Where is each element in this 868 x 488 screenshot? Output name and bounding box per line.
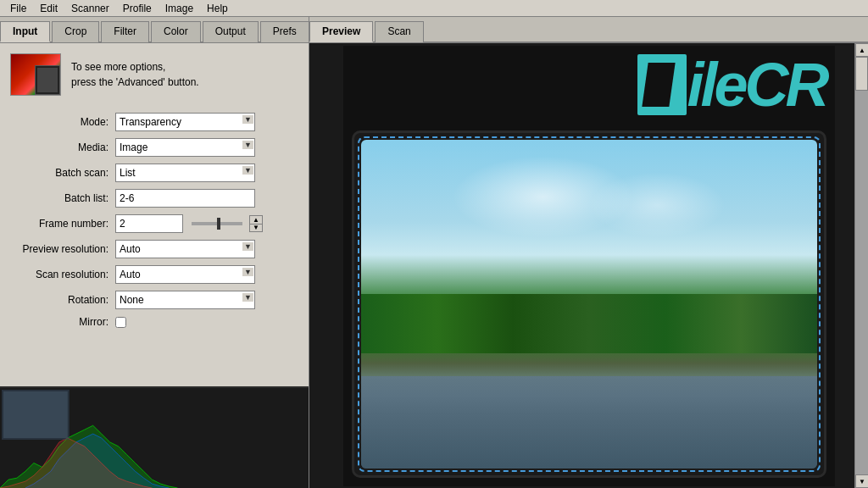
logo-slash [643, 63, 676, 107]
scroll-track[interactable] [855, 57, 868, 474]
batch-scan-select-wrapper: List [115, 164, 255, 182]
left-tabs: Input Crop Filter Color Output Prefs [0, 17, 309, 43]
logo-box [637, 54, 687, 115]
batch-scan-row: Batch scan: List [7, 164, 302, 182]
preview-res-row: Preview resolution: Auto [7, 240, 302, 258]
spin-down-button[interactable]: ▼ [249, 224, 263, 232]
preview-res-select[interactable]: Auto [115, 240, 255, 258]
left-content: To see more options, press the 'Advanced… [0, 43, 309, 386]
media-row: Media: Image [7, 138, 302, 157]
scroll-thumb[interactable] [855, 57, 868, 91]
media-select[interactable]: Image [115, 138, 255, 157]
mode-select-wrapper: Transparency [115, 113, 255, 131]
right-tabs: Preview Scan [309, 17, 868, 43]
scroll-up-button[interactable]: ▲ [855, 43, 868, 57]
tab-preview[interactable]: Preview [309, 21, 373, 42]
water [361, 376, 817, 469]
frame-number-row: Frame number: ▲ ▼ [7, 214, 302, 233]
slider-thumb[interactable] [217, 218, 220, 230]
batch-list-row: Batch list: [7, 189, 302, 208]
bottom-preview [0, 386, 309, 488]
menu-scanner[interactable]: Scanner [64, 1, 116, 16]
film-strip-icon [35, 65, 60, 95]
batch-scan-label: Batch scan: [7, 167, 108, 179]
scrollbar: ▲ ▼ [854, 43, 868, 488]
menu-edit[interactable]: Edit [33, 1, 64, 16]
menu-profile[interactable]: Profile [116, 1, 159, 16]
mirror-row: Mirror: [7, 316, 302, 328]
info-text: To see more options, press the 'Advanced… [71, 59, 199, 90]
icon-image [10, 53, 61, 96]
mirror-checkbox[interactable] [115, 317, 126, 328]
media-select-wrapper: Image [115, 138, 255, 157]
mode-select[interactable]: Transparency [115, 113, 255, 131]
batch-scan-select[interactable]: List [115, 164, 255, 182]
info-box: To see more options, press the 'Advanced… [7, 50, 302, 99]
menubar: File Edit Scanner Profile Image Help [0, 0, 868, 17]
slide-photo [361, 140, 817, 469]
tab-output[interactable]: Output [203, 21, 259, 42]
menu-help[interactable]: Help [200, 1, 235, 16]
tree-line [361, 294, 817, 353]
tab-prefs[interactable]: Prefs [260, 21, 309, 42]
scan-res-row: Scan resolution: Auto [7, 265, 302, 284]
main-container: Input Crop Filter Color Output Prefs To … [0, 17, 868, 488]
tab-filter[interactable]: Filter [101, 21, 149, 42]
frame-spinner: ▲ ▼ [249, 215, 263, 232]
spin-up-button[interactable]: ▲ [249, 215, 263, 224]
left-panel: Input Crop Filter Color Output Prefs To … [0, 17, 309, 488]
mirror-label: Mirror: [7, 316, 108, 328]
tab-color[interactable]: Color [151, 21, 201, 42]
rotation-select[interactable]: None [115, 291, 255, 309]
svg-rect-2 [3, 391, 68, 438]
slide-frame [352, 130, 826, 478]
preview-res-label: Preview resolution: [7, 243, 108, 255]
rotation-row: Rotation: None [7, 291, 302, 309]
filecr-logo: ileCR [637, 54, 826, 115]
scan-res-select-wrapper: Auto [115, 265, 255, 284]
scan-res-select[interactable]: Auto [115, 265, 255, 284]
media-label: Media: [7, 141, 108, 153]
rotation-label: Rotation: [7, 294, 108, 306]
cloud-2 [589, 172, 726, 238]
frame-slider-container [188, 222, 246, 225]
menu-image[interactable]: Image [159, 1, 200, 16]
frame-number-input[interactable] [115, 214, 183, 233]
right-panel: Preview Scan ileCR [309, 17, 868, 488]
preview-area: ileCR [309, 43, 868, 488]
frame-slider[interactable] [192, 222, 242, 225]
tab-scan[interactable]: Scan [375, 21, 423, 42]
histogram-svg [0, 388, 309, 488]
preview-res-select-wrapper: Auto [115, 240, 255, 258]
info-line1: To see more options, [71, 59, 199, 75]
info-line2: press the 'Advanced' button. [71, 75, 199, 90]
tab-input[interactable]: Input [0, 21, 50, 42]
logo-text: ileCR [687, 54, 826, 115]
batch-list-label: Batch list: [7, 192, 108, 204]
info-icon [10, 53, 61, 96]
rotation-select-wrapper: None [115, 291, 255, 309]
preview-frame: ileCR [343, 46, 835, 486]
scroll-down-button[interactable]: ▼ [855, 474, 868, 488]
batch-list-input[interactable] [115, 189, 255, 208]
mode-row: Mode: Transparency [7, 113, 302, 131]
frame-number-label: Frame number: [7, 218, 108, 230]
menu-file[interactable]: File [3, 1, 33, 16]
mode-label: Mode: [7, 116, 108, 128]
right-content: ileCR [309, 43, 868, 488]
scan-res-label: Scan resolution: [7, 269, 108, 280]
tab-crop[interactable]: Crop [52, 21, 99, 42]
